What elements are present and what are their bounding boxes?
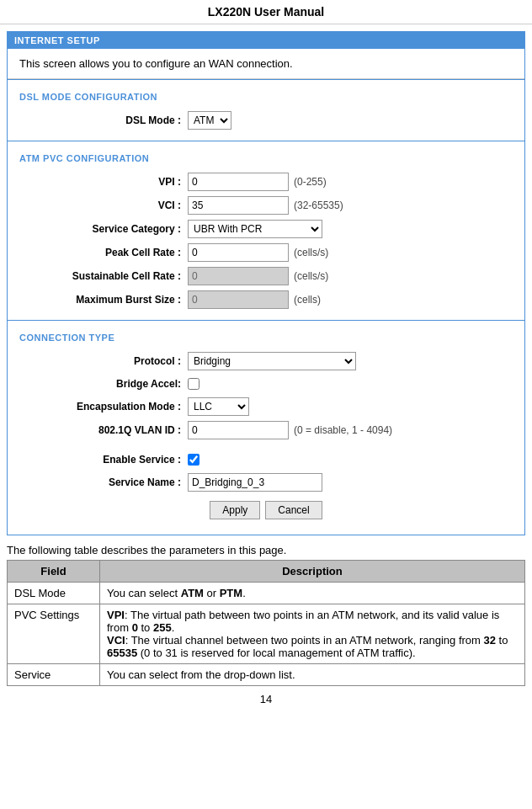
maximum-burst-size-control: (cells) xyxy=(188,290,321,309)
sustainable-cell-rate-label: Sustainable Cell Rate : xyxy=(19,270,188,282)
peak-cell-rate-input[interactable] xyxy=(188,243,289,262)
vpi-input[interactable] xyxy=(188,173,289,191)
sustainable-cell-rate-control: (cells/s) xyxy=(188,267,328,285)
vci-control: (32-65535) xyxy=(188,196,343,215)
bridge-accel-control xyxy=(188,378,200,390)
peak-cell-rate-control: (cells/s) xyxy=(188,243,328,262)
connection-type-header: CONNECTION TYPE xyxy=(8,329,524,349)
service-name-row: Service Name : xyxy=(8,471,524,494)
field-service: Service xyxy=(8,664,100,686)
service-category-label: Service Category : xyxy=(19,223,188,235)
parameters-table: Field Description DSL Mode You can selec… xyxy=(7,560,525,686)
sustainable-cell-rate-hint: (cells/s) xyxy=(294,270,328,282)
dsl-mode-section: DSL MODE CONFIGURATION DSL Mode : ATM PT… xyxy=(8,79,524,141)
enable-service-checkbox[interactable] xyxy=(188,454,200,466)
maximum-burst-size-row: Maximum Burst Size : (cells) xyxy=(8,288,524,311)
description-intro: The following table describes the parame… xyxy=(7,544,525,556)
page-number: 14 xyxy=(0,686,532,712)
table-row: Service You can select from the drop-dow… xyxy=(8,664,525,686)
desc-service: You can select from the drop-down list. xyxy=(100,664,525,686)
service-name-label: Service Name : xyxy=(19,476,188,488)
encapsulation-mode-label: Encapsulation Mode : xyxy=(19,401,188,412)
protocol-row: Protocol : Bridging PPPoE PPPoA IPoE IPo… xyxy=(8,349,524,373)
protocol-select[interactable]: Bridging PPPoE PPPoA IPoE IPoA xyxy=(188,352,356,370)
vci-row: VCI : (32-65535) xyxy=(8,194,524,217)
maximum-burst-size-input xyxy=(188,290,289,309)
main-content-box: INTERNET SETUP This screen allows you to… xyxy=(7,31,525,535)
atm-pvc-header: ATM PVC CONFIGURATION xyxy=(8,150,524,170)
sustainable-cell-rate-input xyxy=(188,267,289,285)
vlan-id-label: 802.1Q VLAN ID : xyxy=(19,424,188,436)
vlan-id-input[interactable] xyxy=(188,421,289,439)
page-title: LX220N User Manual xyxy=(0,0,532,24)
vci-input[interactable] xyxy=(188,196,289,215)
bridge-accel-label: Bridge Accel: xyxy=(19,378,188,390)
vlan-id-control: (0 = disable, 1 - 4094) xyxy=(188,421,392,439)
peak-cell-rate-hint: (cells/s) xyxy=(294,247,328,258)
protocol-control: Bridging PPPoE PPPoA IPoE IPoA xyxy=(188,352,356,370)
service-category-select[interactable]: UBR With PCR UBR CBR Non Realtime VBR Re… xyxy=(188,220,322,238)
bridge-accel-row: Bridge Accel: xyxy=(8,373,524,395)
internet-setup-description: This screen allows you to configure an W… xyxy=(8,49,524,79)
encapsulation-mode-select[interactable]: LLC VC/MUX xyxy=(188,397,249,416)
vpi-label: VPI : xyxy=(19,176,188,188)
service-name-input[interactable] xyxy=(188,473,322,492)
peak-cell-rate-row: Peak Cell Rate : (cells/s) xyxy=(8,241,524,264)
bridge-accel-checkbox[interactable] xyxy=(188,378,200,390)
encapsulation-mode-row: Encapsulation Mode : LLC VC/MUX xyxy=(8,395,524,418)
vci-label: VCI : xyxy=(19,200,188,211)
maximum-burst-size-hint: (cells) xyxy=(294,294,321,306)
dsl-mode-label: DSL Mode : xyxy=(19,114,188,126)
service-category-control: UBR With PCR UBR CBR Non Realtime VBR Re… xyxy=(188,220,322,238)
vpi-row: VPI : (0-255) xyxy=(8,170,524,194)
table-row: DSL Mode You can select ATM or PTM. xyxy=(8,583,525,604)
apply-button[interactable]: Apply xyxy=(210,501,260,519)
protocol-label: Protocol : xyxy=(19,355,188,367)
connection-type-section: CONNECTION TYPE Protocol : Bridging PPPo… xyxy=(8,320,524,535)
atm-pvc-section: ATM PVC CONFIGURATION VPI : (0-255) VCI … xyxy=(8,141,524,320)
table-row: PVC Settings VPI: The virtual path betwe… xyxy=(8,604,525,664)
enable-service-control xyxy=(188,454,200,466)
desc-dsl-mode: You can select ATM or PTM. xyxy=(100,583,525,604)
description-section: The following table describes the parame… xyxy=(7,544,525,556)
maximum-burst-size-label: Maximum Burst Size : xyxy=(19,294,188,306)
dsl-mode-select[interactable]: ATM PTM xyxy=(188,111,231,130)
sustainable-cell-rate-row: Sustainable Cell Rate : (cells/s) xyxy=(8,264,524,288)
enable-service-label: Enable Service : xyxy=(19,454,188,466)
vlan-id-row: 802.1Q VLAN ID : (0 = disable, 1 - 4094) xyxy=(8,418,524,442)
dsl-mode-control: ATM PTM xyxy=(188,111,231,130)
vpi-control: (0-255) xyxy=(188,173,327,191)
desc-pvc-settings: VPI: The virtual path between two points… xyxy=(100,604,525,664)
enable-service-row: Enable Service : xyxy=(8,449,524,471)
buttons-row: Apply Cancel xyxy=(8,494,524,526)
internet-setup-header: INTERNET SETUP xyxy=(8,32,524,49)
dsl-mode-row: DSL Mode : ATM PTM xyxy=(8,109,524,132)
service-category-row: Service Category : UBR With PCR UBR CBR … xyxy=(8,217,524,241)
vci-hint: (32-65535) xyxy=(294,200,343,211)
dsl-mode-header: DSL MODE CONFIGURATION xyxy=(8,88,524,109)
vpi-hint: (0-255) xyxy=(294,176,327,188)
service-name-control xyxy=(188,473,322,492)
encapsulation-mode-control: LLC VC/MUX xyxy=(188,397,249,416)
col-description: Description xyxy=(100,561,525,583)
vlan-id-hint: (0 = disable, 1 - 4094) xyxy=(294,424,392,436)
field-pvc-settings: PVC Settings xyxy=(8,604,100,664)
cancel-button[interactable]: Cancel xyxy=(265,501,322,519)
peak-cell-rate-label: Peak Cell Rate : xyxy=(19,247,188,258)
col-field: Field xyxy=(8,561,100,583)
field-dsl-mode: DSL Mode xyxy=(8,583,100,604)
